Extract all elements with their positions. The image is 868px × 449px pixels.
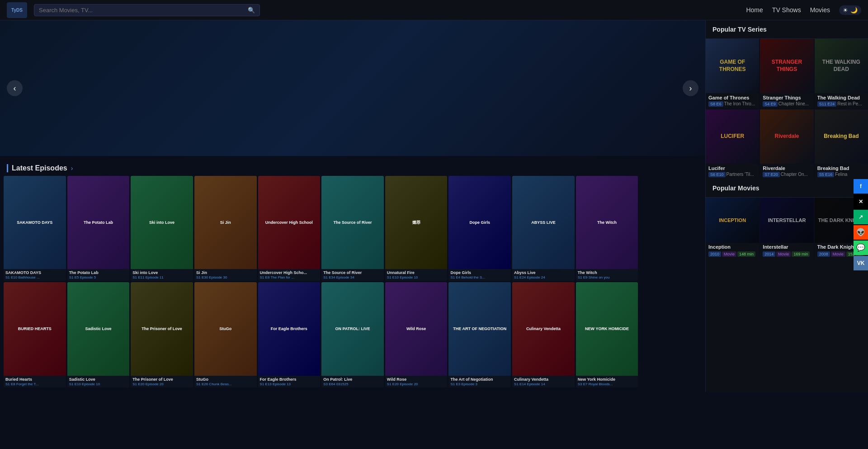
tv-series-card[interactable]: LUCIFERLuciferS6 E10Partners 'Til... <box>706 109 759 179</box>
episode-thumbnail: Undercover High School <box>258 176 321 269</box>
episode-card[interactable]: Dope GirlsDope GirlsS1 E4 Behold the S..… <box>448 176 511 281</box>
episode-card[interactable]: Undercover High SchoolUndercover High Sc… <box>258 176 321 281</box>
episode-card[interactable]: NEW YORK HOMICIDENew York HomicideS3 E7 … <box>576 282 638 387</box>
search-input[interactable] <box>39 7 248 14</box>
episode-thumbnail: Ski into Love <box>131 176 193 269</box>
episode-thumbnail: StuGo <box>194 282 257 375</box>
episode-card[interactable]: ON PATROL: LIVEOn Patrol: LiveS3 E64 031… <box>321 282 384 387</box>
episode-thumbnail: The Prisoner of Love <box>131 282 193 375</box>
vk-share-button[interactable]: VK <box>854 256 868 270</box>
tv-series-card[interactable]: STRANGER THINGSStranger ThingsS4 E9Chapt… <box>760 39 813 109</box>
popular-movies-grid: INCEPTIONInception2010Movie148 minINTERS… <box>706 198 868 259</box>
episode-meta: S1 E10 Bathhouse ... <box>4 275 66 281</box>
episode-title: StuGo <box>194 376 257 382</box>
episode-thumbnail: Culinary Vendetta <box>512 282 575 375</box>
share-button[interactable]: ↗ <box>854 210 868 224</box>
section-arrow-icon: › <box>71 165 73 172</box>
whatsapp-share-button[interactable]: 💬 <box>854 241 868 255</box>
episode-title: Unnatural Fire <box>385 269 448 275</box>
episode-title: The Art of Negotiation <box>448 376 511 382</box>
episode-card[interactable]: ABYSS LIVEAbyss LiveS1 E24 Episode 24 <box>512 176 575 281</box>
tv-series-meta: S6 E10Partners 'Til... <box>708 172 756 177</box>
episode-title: Abyss Live <box>512 269 575 275</box>
episode-title: Si Jin <box>194 269 257 275</box>
movie-thumbnail: INTERSTELLAR <box>760 198 813 243</box>
content-area: ‹ › Latest Episodes › SAKAMOTO DAYSSAKAM… <box>0 20 705 392</box>
theme-toggle[interactable]: ☀ 🌙 <box>839 5 861 15</box>
episode-thumbnail: THE ART OF NEGOTIATION <box>448 282 511 375</box>
episode-meta: S1 E13 Episode 13 <box>258 382 321 388</box>
episode-card[interactable]: Culinary VendettaCulinary VendettaS1 E14… <box>512 282 575 387</box>
movie-title: Inception <box>706 243 759 251</box>
hero-prev-button[interactable]: ‹ <box>7 80 23 96</box>
episode-title: SAKAMOTO DAYS <box>4 269 66 275</box>
episode-meta: S1 E10 Episode 10 <box>385 275 448 281</box>
latest-episodes-section: Latest Episodes › SAKAMOTO DAYSSAKAMOTO … <box>0 156 705 392</box>
episode-thumbnail: 燃罪 <box>385 176 448 269</box>
episode-card[interactable]: Sadistic LoveSadistic LoveS1 E10 Episode… <box>67 282 130 387</box>
tv-series-thumbnail: THE WALKING DEAD <box>815 39 868 93</box>
tv-series-title: Lucifer <box>708 165 756 171</box>
hero-next-button[interactable]: › <box>683 80 698 96</box>
episode-thumbnail: Si Jin <box>194 176 257 269</box>
episode-title: Dope Girls <box>448 269 511 275</box>
episode-meta: S1 E14 Episode 14 <box>512 382 575 388</box>
movie-card[interactable]: INCEPTIONInception2010Movie148 min <box>706 198 759 259</box>
episode-title: For Eagle Brothers <box>258 376 321 382</box>
tv-series-card[interactable]: Breaking BadBreaking BadS5 E16Felina <box>815 109 868 179</box>
episode-card[interactable]: The WitchThe WitchS1 E9 Shine on you <box>576 176 638 281</box>
facebook-share-button[interactable]: f <box>854 179 868 194</box>
tv-series-title: Game of Thrones <box>708 95 756 100</box>
search-bar: 🔍 <box>34 4 260 16</box>
episode-card[interactable]: The Prisoner of LoveThe Prisoner of Love… <box>131 282 193 387</box>
episode-meta: S1 E20 Episode 20 <box>385 382 448 388</box>
episode-card[interactable]: BURIED HEARTSBuried HeartsS1 E8 Forget t… <box>4 282 66 387</box>
search-icon[interactable]: 🔍 <box>248 7 255 14</box>
share-buttons: f ✕ ↗ 👽 💬 VK <box>854 179 868 270</box>
episode-card[interactable]: Si JinSi JinS1 E30 Episode 30 <box>194 176 257 281</box>
logo-text: TyDS <box>11 8 23 13</box>
tv-series-title: Riverdale <box>763 165 811 171</box>
episode-title: The Potato Lab <box>67 269 130 275</box>
nav-tv-shows[interactable]: TV Shows <box>772 6 801 14</box>
reddit-share-button[interactable]: 👽 <box>854 225 868 240</box>
movie-meta: 2014Movie169 min <box>760 251 813 259</box>
episode-thumbnail: For Eagle Brothers <box>258 282 321 375</box>
tv-series-card[interactable]: GAME OF THRONESGame of ThronesS8 E6The I… <box>706 39 759 109</box>
episode-card[interactable]: Ski into LoveSki into LoveS1 E11 Episode… <box>131 176 193 281</box>
twitter-share-button[interactable]: ✕ <box>854 194 868 209</box>
episode-meta: S1 E3 Episode 3 <box>448 382 511 388</box>
episode-card[interactable]: Wild RoseWild RoseS1 E20 Episode 20 <box>385 282 448 387</box>
episode-grid-row2: BURIED HEARTSBuried HeartsS1 E8 Forget t… <box>0 282 705 387</box>
nav-movies[interactable]: Movies <box>810 6 830 14</box>
tv-series-thumbnail: Riverdale <box>760 109 813 164</box>
logo[interactable]: TyDS <box>7 2 27 18</box>
tv-series-thumbnail: GAME OF THRONES <box>706 39 759 93</box>
episode-thumbnail: Wild Rose <box>385 282 448 375</box>
episode-card[interactable]: The Potato LabThe Potato LabS1 E5 Episod… <box>67 176 130 281</box>
episode-meta: S1 E24 Episode 24 <box>512 275 575 281</box>
tv-series-meta: S11 E24Rest in Pe... <box>817 101 865 107</box>
episode-meta: S1 E8 Forget the T... <box>4 382 66 388</box>
episode-meta: S1 E5 Episode 5 <box>67 275 130 281</box>
episode-meta: S1 E20 Episode 20 <box>131 382 193 388</box>
movie-title: Interstellar <box>760 243 813 251</box>
nav-home[interactable]: Home <box>746 6 763 14</box>
episode-card[interactable]: The Source of RiverThe Source of RiverS1… <box>321 176 384 281</box>
episode-card[interactable]: SAKAMOTO DAYSSAKAMOTO DAYSS1 E10 Bathhou… <box>4 176 66 281</box>
episode-thumbnail: SAKAMOTO DAYS <box>4 176 66 269</box>
episode-card[interactable]: StuGoStuGoS1 E26 Chunk Beas... <box>194 282 257 387</box>
tv-series-card[interactable]: RiverdaleRiverdaleS7 E20Chapter On... <box>760 109 813 179</box>
tv-series-card[interactable]: THE WALKING DEADThe Walking DeadS11 E24R… <box>815 39 868 109</box>
episode-card[interactable]: For Eagle BrothersFor Eagle BrothersS1 E… <box>258 282 321 387</box>
tv-series-title: Stranger Things <box>763 95 811 100</box>
tv-series-meta: S7 E20Chapter On... <box>763 172 811 177</box>
movie-card[interactable]: INTERSTELLARInterstellar2014Movie169 min <box>760 198 813 259</box>
episode-meta: S1 E9 Shine on you <box>576 275 638 281</box>
episode-meta: S1 E10 Episode 10 <box>67 382 130 388</box>
episode-thumbnail: BURIED HEARTS <box>4 282 66 375</box>
episode-card[interactable]: 燃罪Unnatural FireS1 E10 Episode 10 <box>385 176 448 281</box>
episode-card[interactable]: THE ART OF NEGOTIATIONThe Art of Negotia… <box>448 282 511 387</box>
episode-grid-row1: SAKAMOTO DAYSSAKAMOTO DAYSS1 E10 Bathhou… <box>0 176 705 281</box>
tv-series-thumbnail: Breaking Bad <box>815 109 868 164</box>
